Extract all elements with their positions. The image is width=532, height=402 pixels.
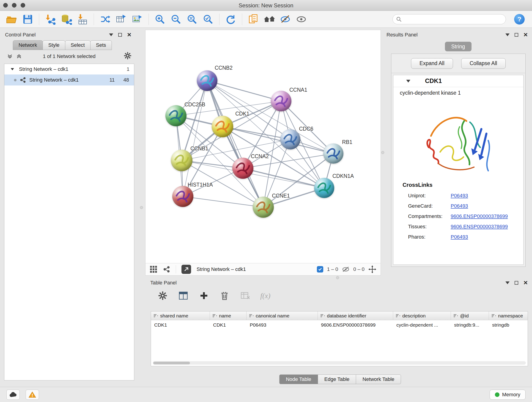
detach-view-button[interactable] [181, 265, 191, 274]
table-cell[interactable]: CDK1 [210, 320, 247, 330]
zoom-selected-icon[interactable] [201, 12, 215, 26]
network-overview-icon[interactable] [163, 266, 170, 273]
memory-button[interactable]: Memory [490, 390, 526, 400]
hidden-eye-icon[interactable] [342, 266, 350, 273]
table-row[interactable]: CDK1CDK1P064939606.ENSP00000378699cyclin… [151, 320, 528, 330]
import-network-from-file-icon[interactable] [43, 12, 57, 26]
home-views-icon[interactable] [262, 12, 277, 26]
table-horizontal-scrollbar[interactable] [153, 361, 526, 365]
collapse-all-button[interactable]: Collapse All [461, 58, 506, 69]
zoom-in-icon[interactable] [153, 12, 167, 26]
table-options-gear-icon[interactable] [157, 290, 168, 301]
splitter-handle[interactable] [381, 151, 384, 154]
warning-status-button[interactable] [26, 390, 39, 400]
float-panel-icon[interactable] [118, 33, 122, 37]
tab-sets[interactable]: Sets [90, 40, 112, 50]
table-cell[interactable]: 9606.ENSP00000378699 [318, 320, 393, 330]
tab-string[interactable]: String [445, 42, 472, 51]
network-node-rb1[interactable] [323, 143, 343, 164]
crosslink-value-link[interactable]: 9606.ENSP00000378699 [451, 213, 508, 219]
column-header-@id[interactable]: @id [451, 312, 489, 320]
tab-network-table[interactable]: Network Table [356, 375, 401, 384]
crosslink-value-link[interactable]: P06493 [451, 193, 468, 199]
network-node-ccna1[interactable] [271, 91, 291, 111]
table-cell[interactable]: cyclin-dependent ... [393, 320, 451, 330]
cloud-status-button[interactable] [6, 390, 20, 400]
network-edge[interactable] [183, 81, 207, 196]
tab-edge-table[interactable]: Edge Table [318, 375, 356, 384]
float-panel-icon[interactable] [515, 33, 518, 37]
export-table-icon[interactable] [114, 12, 128, 26]
collapse-card-icon[interactable] [406, 80, 410, 83]
expand-all-icon[interactable] [16, 53, 22, 59]
network-row-selected[interactable]: String Network – cdk1 11 48 [4, 75, 134, 85]
import-table-from-file-icon[interactable] [75, 12, 89, 26]
birds-eye-view-icon[interactable] [150, 265, 157, 273]
column-header-database-identifier[interactable]: database identifier [318, 312, 393, 320]
network-node-ccnb1[interactable] [171, 150, 192, 171]
panel-menu-icon[interactable] [505, 281, 510, 284]
close-panel-icon[interactable]: ✕ [523, 280, 528, 286]
refresh-view-icon[interactable] [224, 12, 238, 26]
help-button[interactable]: ? [514, 14, 525, 25]
table-cell[interactable]: stringdb:9... [451, 320, 489, 330]
close-panel-icon[interactable]: ✕ [127, 32, 132, 38]
save-session-icon[interactable] [21, 12, 35, 26]
fit-content-move-icon[interactable] [368, 265, 376, 274]
column-header-shared-name[interactable]: shared name [151, 312, 210, 320]
splitter-handle[interactable] [336, 276, 339, 279]
network-node-ccna2[interactable] [232, 158, 253, 179]
collapse-all-icon[interactable] [7, 53, 13, 59]
column-header-namespace[interactable]: namespace [489, 312, 528, 320]
show-columns-icon[interactable] [178, 290, 189, 301]
network-edge[interactable] [183, 196, 263, 207]
splitter-handle[interactable] [140, 206, 143, 209]
tab-select[interactable]: Select [65, 40, 90, 50]
column-header-canonical-name[interactable]: canonical name [247, 312, 318, 320]
search-input[interactable] [404, 16, 502, 22]
delete-column-icon[interactable] [219, 290, 230, 301]
network-canvas[interactable]: CCNB2CCNA1CDC25BCDK1CDC6RB1CCNB1CCNA2CDK… [146, 30, 380, 263]
table-cell[interactable]: CDK1 [151, 320, 210, 330]
network-node-hist1h1a[interactable] [172, 186, 193, 207]
shuffle-network-icon[interactable] [98, 12, 112, 26]
network-edge[interactable] [243, 168, 324, 188]
crosslink-value-link[interactable]: 9606.ENSP00000378699 [451, 224, 508, 230]
panel-menu-icon[interactable] [109, 33, 113, 36]
copy-document-icon[interactable] [246, 12, 260, 26]
float-panel-icon[interactable] [515, 281, 518, 285]
table-cell[interactable]: stringdb [489, 320, 528, 330]
crosslink-value-link[interactable]: P06493 [451, 234, 468, 240]
crosslink-value-link[interactable]: P06493 [451, 203, 468, 209]
tab-style[interactable]: Style [43, 40, 65, 50]
open-session-icon[interactable] [5, 12, 19, 26]
export-image-icon[interactable] [130, 12, 144, 26]
network-node-ccnb2[interactable] [197, 70, 217, 91]
tab-node-table[interactable]: Node Table [279, 375, 318, 384]
import-network-from-database-icon[interactable] [59, 12, 74, 26]
network-node-cdk1[interactable] [212, 116, 233, 137]
table-toolbar: f(x) [148, 287, 532, 304]
network-edge[interactable] [207, 81, 263, 207]
network-node-cdkn1a[interactable] [314, 178, 334, 198]
zoom-fit-icon[interactable] [185, 12, 199, 26]
network-node-cdc25b[interactable] [165, 105, 186, 126]
hide-details-icon[interactable] [278, 12, 293, 26]
column-header-name[interactable]: name [210, 312, 247, 320]
tab-network[interactable]: Network [13, 40, 43, 50]
zoom-out-icon[interactable] [169, 12, 183, 26]
panel-menu-icon[interactable] [505, 33, 510, 36]
network-node-ccne1[interactable] [253, 197, 274, 218]
expand-all-button[interactable]: Expand All [411, 58, 453, 69]
scrollbar-thumb[interactable] [153, 362, 190, 364]
network-collection-row[interactable]: String Network – cdk1 1 [4, 64, 134, 75]
network-options-gear-icon[interactable] [124, 52, 132, 61]
close-panel-icon[interactable]: ✕ [523, 32, 528, 38]
network-node-cdc6[interactable] [280, 129, 300, 149]
selected-checkbox-icon[interactable] [317, 266, 323, 273]
show-details-icon[interactable] [294, 12, 309, 26]
add-column-icon[interactable] [198, 290, 209, 301]
tree-expand-icon[interactable] [11, 68, 14, 70]
column-header-description[interactable]: description [393, 312, 451, 320]
table-cell[interactable]: P06493 [247, 320, 318, 330]
